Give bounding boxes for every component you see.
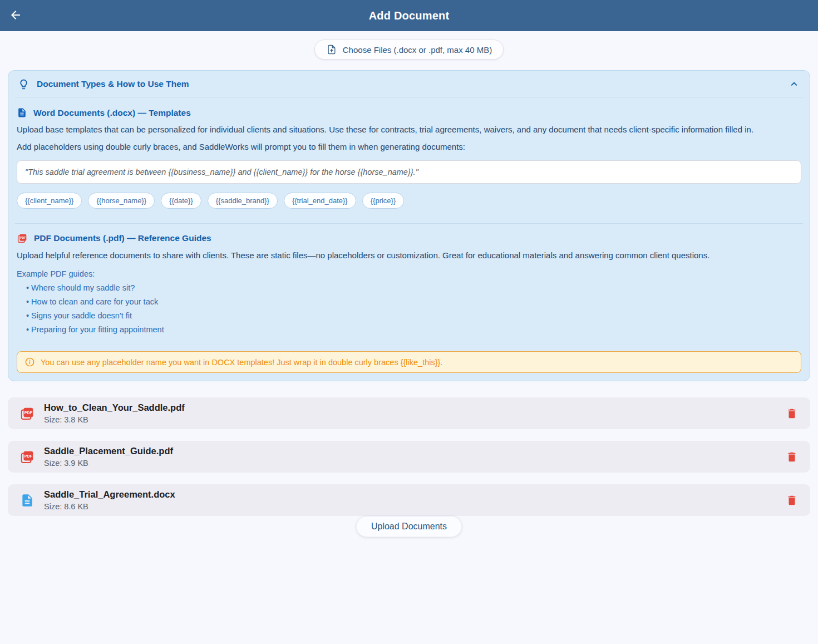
add-document-screen: Add Document Choose Files (.docx or .pdf… <box>0 0 818 644</box>
placeholder-tip-banner: You can use any placeholder name you wan… <box>17 351 801 373</box>
pdf-example-item: Where should my saddle sit? <box>17 283 801 292</box>
trash-icon <box>786 494 798 507</box>
pdf-example-item: Preparing for your fitting appointment <box>17 325 801 334</box>
panel-header[interactable]: Document Types & How to Use Them <box>8 71 810 97</box>
file-size: Size: 8.6 KB <box>44 502 175 511</box>
choose-files-button[interactable]: Choose Files (.docx or .pdf, max 40 MB) <box>314 40 504 60</box>
file-name: Saddle_Trial_Agreement.docx <box>44 489 175 500</box>
main-content: Choose Files (.docx or .pdf, max 40 MB) … <box>0 31 818 545</box>
file-name: Saddle_Placement_Guide.pdf <box>44 446 173 456</box>
pdf-section-title: PDF Documents (.pdf) — Reference Guides <box>34 233 211 243</box>
pdf-example-item: Signs your saddle doesn't fit <box>17 311 801 320</box>
svg-text:PDF: PDF <box>20 235 26 239</box>
panel-title: Document Types & How to Use Them <box>37 79 781 89</box>
choose-files-row: Choose Files (.docx or .pdf, max 40 MB) <box>0 40 818 60</box>
word-section-heading: Word Documents (.docx) — Templates <box>17 107 801 118</box>
placeholder-example-box: "This saddle trial agreement is between … <box>17 160 801 184</box>
lightbulb-icon <box>18 78 29 90</box>
chip-client-name: {{client_name}} <box>17 193 82 209</box>
file-row: Saddle_Trial_Agreement.docx Size: 8.6 KB <box>8 484 810 516</box>
delete-file-button[interactable] <box>783 449 800 465</box>
file-row: PDF How_to_Clean_Your_Saddle.pdf Size: 3… <box>8 397 810 429</box>
chip-horse-name: {{horse_name}} <box>88 193 155 209</box>
pdf-section-heading: PDF PDF Documents (.pdf) — Reference Gui… <box>17 233 801 244</box>
word-section-paragraph-2: Add placeholders using double curly brac… <box>17 142 801 153</box>
delete-file-button[interactable] <box>783 405 800 422</box>
info-icon <box>24 357 35 367</box>
delete-file-button[interactable] <box>783 492 800 509</box>
chip-date: {{date}} <box>161 193 201 209</box>
upload-documents-button[interactable]: Upload Documents <box>356 516 462 537</box>
chip-trial-end-date: {{trial_end_date}} <box>284 193 356 209</box>
trash-icon <box>786 407 798 420</box>
word-section-title: Word Documents (.docx) — Templates <box>33 108 191 118</box>
file-row: PDF Saddle_Placement_Guide.pdf Size: 3.9… <box>8 441 810 473</box>
pdf-examples-list: Where should my saddle sit? How to clean… <box>17 283 801 334</box>
svg-text:PDF: PDF <box>24 410 33 415</box>
upload-file-icon <box>326 44 337 55</box>
chip-price: {{price}} <box>362 193 405 209</box>
pdf-file-icon: PDF <box>17 233 28 244</box>
trash-icon <box>786 451 798 463</box>
docx-file-icon <box>17 107 27 118</box>
word-section-paragraph-1: Upload base templates that can be person… <box>17 125 801 135</box>
chip-saddle-brand: {{saddle_brand}} <box>208 193 278 209</box>
back-button[interactable] <box>8 8 23 23</box>
placeholder-chips: {{client_name}} {{horse_name}} {{date}} … <box>17 193 801 209</box>
file-meta: How_to_Clean_Your_Saddle.pdf Size: 3.8 K… <box>44 402 185 424</box>
file-meta: Saddle_Trial_Agreement.docx Size: 8.6 KB <box>44 489 175 511</box>
choose-files-label: Choose Files (.docx or .pdf, max 40 MB) <box>343 45 492 55</box>
file-name: How_to_Clean_Your_Saddle.pdf <box>44 402 185 413</box>
uploaded-file-list: PDF How_to_Clean_Your_Saddle.pdf Size: 3… <box>8 397 810 516</box>
app-header: Add Document <box>0 0 818 31</box>
pdf-file-icon: PDF <box>19 406 36 421</box>
tip-text: You can use any placeholder name you wan… <box>41 358 442 367</box>
panel-body: Word Documents (.docx) — Templates Uploa… <box>8 97 810 381</box>
svg-text:PDF: PDF <box>24 454 33 459</box>
arrow-left-icon <box>9 8 22 23</box>
pdf-example-item: How to clean and care for your tack <box>17 297 801 306</box>
upload-row: Upload Documents <box>0 516 818 545</box>
page-title: Add Document <box>0 9 818 22</box>
document-types-panel: Document Types & How to Use Them Word Do… <box>8 70 810 381</box>
file-size: Size: 3.8 KB <box>44 415 185 424</box>
docx-file-icon <box>19 493 36 508</box>
pdf-section-paragraph: Upload helpful reference documents to sh… <box>17 250 801 261</box>
section-divider <box>15 223 803 224</box>
pdf-examples-label: Example PDF guides: <box>17 269 801 278</box>
pdf-file-icon: PDF <box>19 449 36 465</box>
file-meta: Saddle_Placement_Guide.pdf Size: 3.9 KB <box>44 446 173 468</box>
chevron-up-icon[interactable] <box>788 78 800 90</box>
file-size: Size: 3.9 KB <box>44 459 173 468</box>
